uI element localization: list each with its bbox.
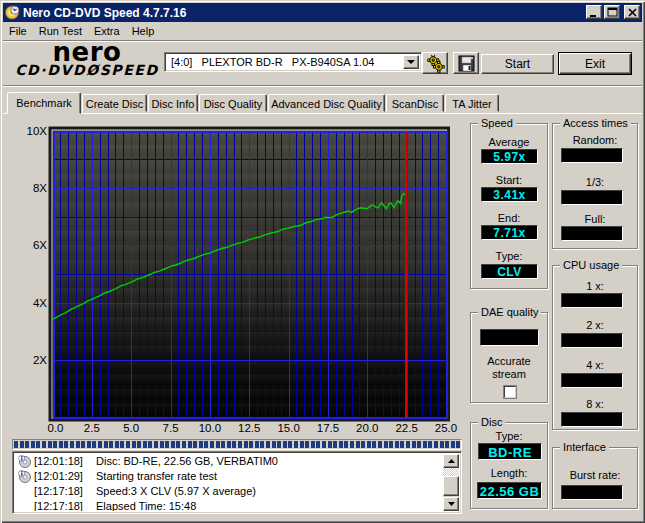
log-message: Speed:3 X CLV (5.97 X average) [96,485,256,497]
menu-help[interactable]: Help [126,23,161,40]
interface-group-title: Interface [560,441,609,453]
start-button[interactable]: Start [481,54,554,74]
accurate-stream-label-line2: stream [471,368,547,380]
disc-info-icon [18,470,31,483]
scroll-down-button[interactable] [443,497,459,511]
scrollbar-thumb[interactable] [443,476,459,496]
tab-disc-info[interactable]: Disc Info [148,94,198,112]
y-tick-label: 4X [33,297,47,309]
speed-group: Speed Average 5.97x Start: 3.41x End: 7.… [470,123,548,289]
y-tick-label: 2X [33,354,47,366]
accurate-stream-label-line1: Accurate [471,355,547,367]
disc-info-icon [18,455,31,468]
access-random-label: Random: [553,134,637,146]
speed-end-label: End: [471,212,547,224]
log-row[interactable]: [12:01:29]Starting transfer rate test [15,469,443,484]
gears-icon [427,55,445,73]
log-message: Elapsed Time: 15:48 [96,500,196,511]
exit-button[interactable]: Exit [558,52,632,75]
interface-group: Interface Burst rate: [552,447,638,509]
disc-type-label: Type: [471,430,547,442]
tab-disc-quality[interactable]: Disc Quality [199,94,267,112]
disc-glyph-icon: Ø [86,62,100,78]
access-times-group: Access times Random: 1/3: Full: [552,123,638,249]
log-row[interactable]: [12:01:18]Disc: BD-RE, 22.56 GB, VERBATI… [15,454,443,469]
tab-scandisc[interactable]: ScanDisc [386,94,444,112]
minimize-icon [589,7,601,19]
disc-group: Disc Type: BD-RE Length: 22.56 GB [470,422,548,509]
drive-selector[interactable]: [4:0] PLEXTOR BD-R PX-B940SA 1.04 [164,52,422,72]
log-rows: [12:01:18]Disc: BD-RE, 22.56 GB, VERBATI… [15,454,443,511]
y-tick-label: 10X [27,125,48,137]
maximize-button[interactable] [604,5,620,19]
burst-rate-value [561,485,623,500]
cpu-4x-label: 4 x: [553,359,637,371]
options-button[interactable] [422,52,448,74]
tab-create-disc[interactable]: Create Disc [82,94,147,112]
speed-average-value: 5.97x [481,149,538,164]
arrow-down-icon [448,502,456,508]
maximize-icon [607,7,619,19]
scroll-up-button[interactable] [443,454,459,468]
nero-logo-wordmark: nero [11,42,163,63]
save-floppy-icon [458,55,476,73]
log-listbox[interactable]: [12:01:18]Disc: BD-RE, 22.56 GB, VERBATI… [12,451,462,514]
accurate-stream-checkbox[interactable] [504,386,516,398]
speed-type-value: CLV [481,264,538,279]
cpu-usage-group-title: CPU usage [560,259,622,271]
log-row[interactable]: [12:17:18]Elapsed Time: 15:48 [15,499,443,511]
cpu-2x-value [561,333,623,348]
speed-start-label: Start: [471,174,547,186]
x-tick-label: 22.5 [395,422,417,434]
tab-ta-jitter[interactable]: TA Jitter [445,94,499,112]
log-timestamp: [12:01:29] [34,470,83,482]
x-tick-label: 7.5 [163,422,179,434]
window-title: Nero CD-DVD Speed 4.7.7.16 [23,6,186,20]
cpu-usage-group: CPU usage 1 x: 2 x: 4 x: 8 x: [552,265,638,430]
nero-logo-subtitle: CD·DVDØSPEED [11,63,163,77]
x-tick-label: 20.0 [356,422,378,434]
y-tick-label: 6X [33,239,47,251]
cpu-1x-label: 1 x: [553,280,637,292]
speed-start-value: 3.41x [481,187,538,202]
x-tick-label: 5.0 [123,422,139,434]
access-times-group-title: Access times [560,117,631,129]
log-timestamp: [12:01:18] [34,455,83,467]
minimize-button[interactable] [586,5,602,19]
progress-bar [12,439,462,450]
tab-benchmark[interactable]: Benchmark [7,92,81,114]
burst-rate-label: Burst rate: [553,469,637,481]
access-random-value [561,148,623,163]
y-tick-label: 8X [33,182,47,194]
cpu-2x-label: 2 x: [553,319,637,331]
toolbar-tabs-separator [3,85,642,87]
close-button[interactable] [624,5,640,19]
x-tick-label: 10.0 [199,422,221,434]
tab-advanced-disc-quality[interactable]: Advanced Disc Quality [268,94,385,112]
disc-length-value: 22.56 GB [477,482,542,499]
x-tick-label: 15.0 [277,422,299,434]
tab-pane-edge [3,113,642,114]
drive-selector-value: [4:0] PLEXTOR BD-R PX-B940SA 1.04 [171,56,374,68]
x-tick-label: 17.5 [317,422,339,434]
menu-file[interactable]: File [3,23,33,40]
save-button[interactable] [453,52,479,74]
log-timestamp: [12:17:18] [34,500,83,511]
log-scrollbar[interactable] [443,454,459,511]
disc-type-value: BD-RE [478,443,542,460]
cpu-4x-value [561,373,623,388]
disc-group-title: Disc [478,416,505,428]
speed-end-value: 7.71x [481,225,538,240]
cpu-8x-value [561,412,623,427]
log-row[interactable]: [12:17:18]Speed:3 X CLV (5.97 X average) [15,484,443,499]
drive-selector-dropdown-button[interactable] [403,55,419,69]
chevron-down-icon [407,60,417,68]
dae-quality-group-title: DAE quality [478,306,541,318]
access-full-label: Full: [553,213,637,225]
x-tick-label: 0.0 [48,422,64,434]
progress-bar-fill [14,441,460,448]
titlebar[interactable]: Nero CD-DVD Speed 4.7.7.16 [3,3,642,22]
x-tick-label: 12.5 [238,422,260,434]
disc-length-label: Length: [471,467,547,479]
dae-quality-group: DAE quality Accurate stream [470,312,548,403]
